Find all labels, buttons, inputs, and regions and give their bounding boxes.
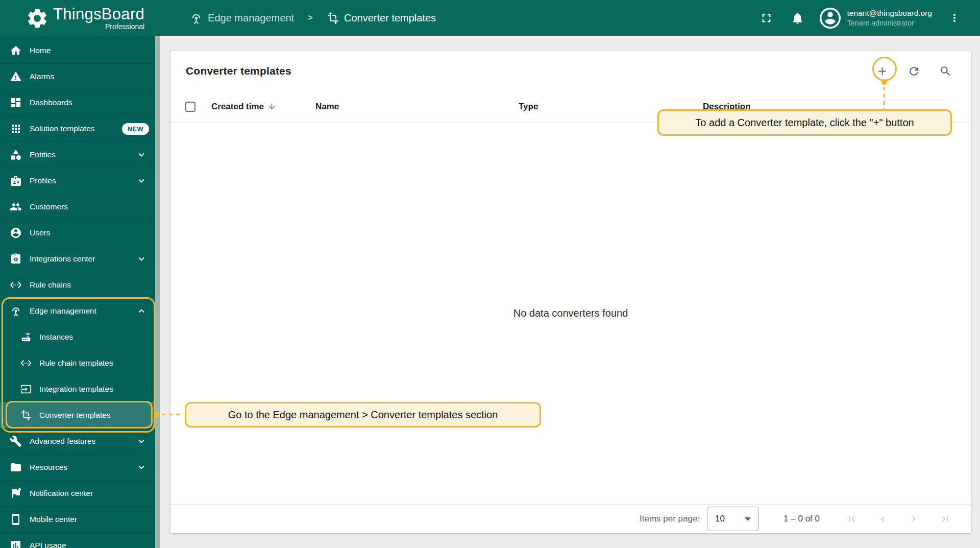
last-page-button[interactable]: [940, 514, 950, 525]
ethernet-icon: [10, 279, 22, 291]
breadcrumb-converter-templates[interactable]: Converter templates: [327, 12, 436, 25]
breadcrumb-parent-label: Edge management: [208, 12, 294, 24]
column-header-created-time[interactable]: Created time: [211, 102, 315, 112]
sidebar-item-label: Dashboards: [30, 98, 72, 107]
sidebar-item-users[interactable]: Users: [0, 220, 156, 246]
connector-dot: [881, 79, 887, 85]
warning-icon: [10, 70, 22, 83]
chevron-down-icon: [136, 436, 147, 447]
brand-name: ThingsBoard: [53, 6, 144, 23]
search-button[interactable]: [939, 65, 952, 78]
next-page-button[interactable]: [909, 514, 919, 525]
sidebar-item-label: API usage: [30, 541, 66, 548]
sidebar-item-alarms[interactable]: Alarms: [0, 63, 156, 89]
sidebar-item-customers[interactable]: Customers: [0, 194, 156, 220]
refresh-button[interactable]: [908, 65, 920, 78]
sidebar: Home Alarms Dashboards Solution template…: [0, 36, 160, 548]
flag-icon: [10, 487, 22, 499]
sidebar-item-label: Rule chains: [30, 280, 71, 290]
select-all-checkbox[interactable]: [185, 102, 195, 112]
breadcrumb-current-label: Converter templates: [344, 12, 436, 24]
last-page-icon: [940, 514, 950, 525]
category-icon: [10, 149, 22, 161]
people-icon: [10, 201, 22, 213]
chevron-down-icon: [136, 253, 147, 265]
sidebar-item-mobile-center[interactable]: Mobile center: [0, 506, 156, 532]
sidebar-scrollbar[interactable]: [155, 36, 160, 548]
sidebar-item-api-usage[interactable]: API usage: [0, 532, 156, 548]
paginator: Items per page: 10 1 – 0 of 0: [170, 504, 971, 533]
transform-icon: [327, 12, 339, 25]
user-email: tenant@thingsboard.org: [847, 8, 932, 18]
callout-navigate: Go to the Edge management > Converter te…: [185, 402, 541, 427]
sidebar-item-label: Entities: [30, 150, 56, 159]
items-per-page-label: Items per page:: [640, 514, 700, 524]
new-badge: NEW: [122, 123, 149, 135]
brand-subtitle: Professional: [105, 23, 144, 31]
add-button-highlight-ring: [872, 57, 897, 81]
card-header: Converter templates: [170, 51, 971, 91]
user-avatar[interactable]: [820, 8, 841, 29]
sidebar-item-entities[interactable]: Entities: [0, 141, 156, 168]
header-actions: tenant@thingsboard.org Tenant administra…: [760, 8, 961, 29]
badge-icon: [10, 175, 22, 187]
sidebar-item-rule-chains[interactable]: Rule chains: [0, 272, 156, 298]
integration-icon: [10, 253, 22, 265]
page-size-value: 10: [715, 514, 725, 524]
sidebar-item-label: Notification center: [30, 489, 93, 498]
sidebar-item-label: Solution templates: [30, 124, 95, 133]
apps-icon: [10, 123, 22, 135]
refresh-icon: [908, 65, 920, 78]
sidebar-item-label: Mobile center: [30, 515, 77, 524]
pager-nav: [846, 514, 950, 525]
smartphone-icon: [10, 513, 22, 526]
sidebar-item-solution-templates[interactable]: Solution templates NEW: [0, 115, 156, 141]
breadcrumb: Edge management > Converter templates: [189, 11, 436, 25]
chart-icon: [10, 539, 22, 548]
thingsboard-logo[interactable]: ThingsBoard Professional: [26, 6, 144, 31]
sidebar-item-resources[interactable]: Resources: [0, 454, 156, 480]
account-icon: [10, 227, 22, 239]
sidebar-item-label: Customers: [30, 202, 68, 211]
callout-add-template: To add a Converter template, click the "…: [657, 109, 952, 136]
pagination-range: 1 – 0 of 0: [783, 514, 820, 524]
callout-text: Go to the Edge management > Converter te…: [228, 409, 498, 421]
table-body: No data converters found: [170, 123, 971, 504]
sidebar-item-label: Resources: [30, 463, 67, 472]
sidebar-item-label: Users: [30, 228, 50, 237]
column-label: Created time: [211, 102, 264, 112]
first-page-button[interactable]: [846, 514, 857, 525]
sidebar-item-label: Alarms: [30, 72, 54, 81]
sidebar-item-home[interactable]: Home: [0, 37, 156, 63]
sidebar-item-label: Integrations center: [30, 254, 95, 264]
previous-page-button[interactable]: [877, 514, 888, 525]
sidebar-item-integrations-center[interactable]: Integrations center: [0, 246, 156, 272]
search-icon: [939, 65, 952, 78]
chevron-down-icon: [136, 175, 147, 186]
breadcrumb-edge-management[interactable]: Edge management: [189, 11, 294, 25]
sidebar-item-label: Profiles: [30, 176, 56, 185]
thingsboard-logo-icon: [26, 7, 49, 30]
fullscreen-button[interactable]: [760, 11, 773, 25]
page-size-select[interactable]: 10: [707, 507, 759, 531]
sidebar-item-profiles[interactable]: Profiles: [0, 168, 156, 194]
sidebar-item-dashboards[interactable]: Dashboards: [0, 89, 156, 115]
dashboard-icon: [10, 97, 22, 109]
breadcrumb-separator: >: [308, 13, 313, 23]
converter-templates-item-highlight: [6, 401, 153, 428]
more-menu-button[interactable]: [948, 12, 961, 24]
account-circle-icon: [820, 8, 841, 29]
fullscreen-icon: [760, 11, 773, 25]
chevron-down-icon: [136, 462, 147, 473]
sidebar-item-notification-center[interactable]: Notification center: [0, 480, 156, 506]
user-info[interactable]: tenant@thingsboard.org Tenant administra…: [847, 8, 932, 28]
home-icon: [10, 44, 22, 57]
column-header-name[interactable]: Name: [315, 102, 519, 112]
select-dropdown-arrow-icon: [745, 517, 751, 521]
chevron-right-icon: [909, 514, 919, 525]
notifications-button[interactable]: [791, 11, 804, 25]
sidebar-item-label: Home: [30, 46, 51, 55]
chevron-down-icon: [136, 149, 147, 160]
chevron-left-icon: [877, 514, 888, 525]
page-title: Converter templates: [186, 65, 291, 77]
